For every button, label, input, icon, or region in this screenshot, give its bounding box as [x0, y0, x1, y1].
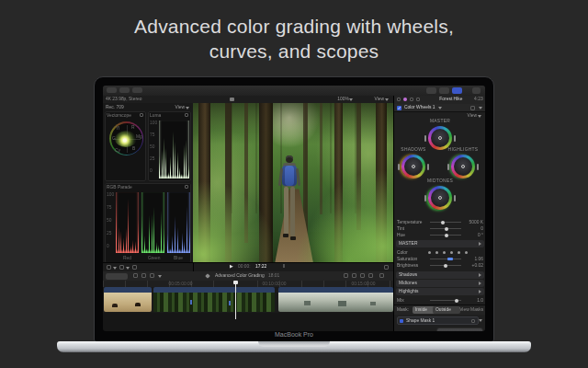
- shadows-right-handle[interactable]: [427, 164, 429, 170]
- effect-preset-icon[interactable]: [470, 106, 475, 110]
- append-edit-icon[interactable]: [360, 273, 365, 278]
- share-button[interactable]: [472, 87, 481, 94]
- hue-slider[interactable]: [430, 235, 461, 236]
- color-swatch-dot[interactable]: [465, 251, 468, 254]
- effect-enable-checkbox[interactable]: ✓: [397, 106, 401, 110]
- playhead-handle[interactable]: [233, 281, 238, 284]
- connect-edit-icon[interactable]: [344, 273, 348, 278]
- mix-slider[interactable]: [430, 300, 461, 301]
- waveform-bar: [137, 212, 138, 253]
- luma-settings-icon[interactable]: [185, 113, 188, 117]
- ruler-timecode: 00:15:00:00: [352, 282, 376, 287]
- effect-name[interactable]: Color Wheels 1: [404, 105, 435, 110]
- viewer-view-menu[interactable]: View: [374, 97, 384, 102]
- tint-slider[interactable]: [430, 228, 461, 229]
- scopes-view-menu[interactable]: View: [175, 105, 185, 110]
- index-button[interactable]: Index: [106, 273, 128, 280]
- browser-toggle-button[interactable]: [426, 87, 436, 94]
- video-inspector-tab-icon[interactable]: [397, 98, 401, 101]
- midtones-left-handle[interactable]: [424, 195, 426, 201]
- mask-inside-button[interactable]: Inside: [413, 306, 435, 314]
- waveform-bar: [156, 242, 157, 253]
- timeline-clip-forest[interactable]: Forest Hike: [153, 287, 275, 312]
- macbook-label: MacBook Pro: [95, 331, 493, 338]
- scope-layout-icon[interactable]: [107, 265, 111, 270]
- master-left-handle[interactable]: [424, 135, 426, 142]
- viewer-zoom-level[interactable]: 100%: [337, 97, 349, 102]
- color-swatch-dot[interactable]: [450, 251, 453, 254]
- hiker-backpack: [282, 166, 297, 186]
- color-swatch-dot[interactable]: [443, 251, 446, 254]
- playhead[interactable]: [235, 281, 236, 319]
- sidebar-toggle-button[interactable]: [107, 87, 117, 93]
- wheels-view-menu[interactable]: View: [467, 113, 477, 119]
- skimming-icon[interactable]: [150, 273, 154, 278]
- color-inspector-tab-icon[interactable]: [403, 98, 407, 101]
- inspector-toggle-button[interactable]: [452, 87, 462, 94]
- color-swatch-dot[interactable]: [458, 251, 460, 254]
- shadows-wheel-puck[interactable]: [412, 165, 415, 168]
- midtones-right-handle[interactable]: [454, 195, 456, 201]
- hiker-boot: [290, 236, 296, 240]
- master-wheel-puck[interactable]: [438, 136, 442, 140]
- timeline-clip-horses[interactable]: Horses on Sandy Bluff: [104, 287, 152, 312]
- color-swatch-dot[interactable]: [435, 251, 438, 254]
- waveform-bar: [126, 228, 127, 253]
- media-browser-button[interactable]: [119, 87, 130, 93]
- master-color-wheel[interactable]: [428, 126, 452, 150]
- color-swatch-dot[interactable]: [428, 251, 431, 254]
- timecode-prefix: 00:00:: [238, 264, 251, 270]
- insert-edit-icon[interactable]: [352, 273, 356, 278]
- fullscreen-icon[interactable]: [384, 265, 389, 270]
- highlights-color-wheel[interactable]: [451, 155, 475, 178]
- shape-mask-enable-checkbox[interactable]: [400, 319, 403, 323]
- scope-channels-icon[interactable]: [119, 265, 124, 270]
- inspector-clip-name: Forest Hike: [439, 97, 462, 102]
- master-section-header[interactable]: Master: [396, 240, 484, 247]
- temperature-slider[interactable]: [430, 222, 461, 223]
- highlights-left-handle[interactable]: [447, 164, 449, 170]
- rgb-parade-settings-icon[interactable]: [185, 185, 188, 189]
- timeline-clip-desert[interactable]: Desert Vista: [278, 287, 393, 312]
- shape-mask-visibility-icon[interactable]: [471, 319, 475, 323]
- waveform-bar: [155, 238, 156, 253]
- master-right-handle[interactable]: [454, 135, 456, 142]
- play-button[interactable]: ▶: [230, 264, 233, 270]
- shadows-section-header[interactable]: Shadows: [396, 271, 484, 279]
- saturation-slider[interactable]: [430, 259, 461, 259]
- zoom-fit-icon[interactable]: [141, 273, 146, 278]
- waveform-bar: [144, 236, 145, 253]
- loop-range-icon[interactable]: ‖: [283, 264, 285, 270]
- audio-inspector-tab-icon[interactable]: [410, 98, 413, 101]
- highlights-wheel-puck[interactable]: [461, 165, 465, 168]
- shadows-color-wheel[interactable]: [401, 155, 425, 178]
- mask-outside-button[interactable]: Outside: [433, 306, 460, 314]
- mask-more-caret-icon[interactable]: [479, 319, 482, 322]
- midtones-wheel-puck[interactable]: [438, 196, 442, 200]
- timeline-toggle-button[interactable]: [439, 87, 449, 94]
- highlights-section-header[interactable]: Highlights: [396, 288, 484, 295]
- overwrite-edit-icon[interactable]: [368, 273, 373, 278]
- info-inspector-tab-icon[interactable]: [416, 98, 420, 101]
- waveform-bar: [186, 140, 187, 178]
- shadows-left-handle[interactable]: [398, 164, 400, 170]
- horse-figure: [135, 303, 141, 306]
- tools-menu-icon[interactable]: [379, 273, 384, 278]
- wheel-label-master: Master: [421, 119, 459, 124]
- vectorscope-target-label: Yl: [116, 126, 119, 132]
- midtones-color-wheel[interactable]: [428, 186, 452, 210]
- timeline-project-name[interactable]: Advanced Color Grading: [215, 273, 265, 279]
- background-tasks-button[interactable]: [132, 87, 142, 93]
- highlights-right-handle[interactable]: [477, 164, 479, 170]
- brightness-slider[interactable]: [430, 265, 461, 266]
- hiker-thumb-dot: [229, 301, 231, 305]
- clip-appearance-icon[interactable]: [133, 273, 138, 278]
- vectorscope-target-label: R: [131, 125, 135, 131]
- midtones-section-header[interactable]: Midtones: [396, 280, 484, 287]
- shape-mask-row[interactable]: Shape Mask 1: [397, 316, 479, 325]
- vectorscope-settings-icon[interactable]: [140, 113, 143, 117]
- effect-collapse-caret-icon[interactable]: [479, 107, 482, 109]
- hiker-leg: [284, 187, 288, 235]
- scope-options-icon[interactable]: [132, 265, 137, 270]
- view-masks-link[interactable]: View Masks: [459, 307, 483, 313]
